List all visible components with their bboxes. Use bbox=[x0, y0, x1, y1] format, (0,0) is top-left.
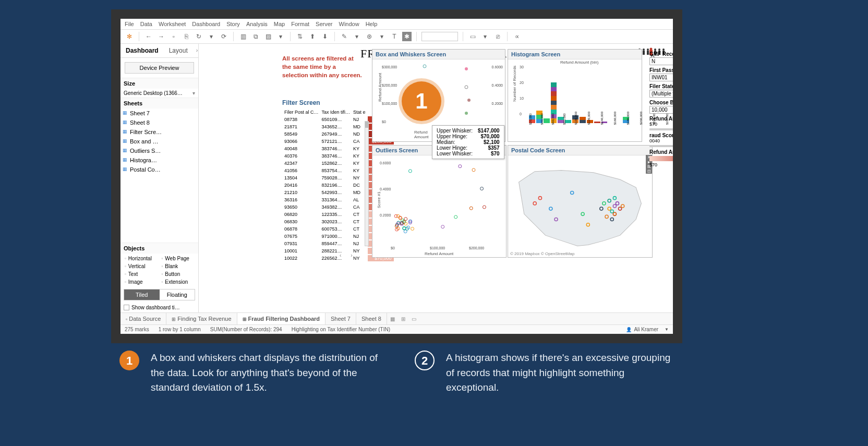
sheet7-tab[interactable]: Sheet 7 bbox=[326, 313, 356, 324]
fpm-select[interactable]: INW01▼ bbox=[649, 74, 673, 81]
annotation-2-text: A histogram shows if there's an excessiv… bbox=[446, 351, 676, 395]
new-dashboard-icon[interactable]: ⊞ bbox=[398, 314, 408, 324]
svg-point-4 bbox=[647, 49, 649, 51]
fit-icon[interactable]: ▭ bbox=[468, 32, 477, 41]
menu-dashboard[interactable]: Dashboard bbox=[192, 21, 220, 27]
pin-icon[interactable]: ✱ bbox=[402, 32, 412, 41]
tiled-button[interactable]: Tiled bbox=[124, 290, 160, 300]
svg-point-22 bbox=[465, 112, 468, 115]
menu-story[interactable]: Story bbox=[226, 21, 240, 27]
histogram-screen[interactable]: Histogram Screen Refund Amount (bin) Num… bbox=[508, 49, 642, 142]
dropdown4-icon[interactable]: ▾ bbox=[377, 32, 387, 41]
sheet-item[interactable]: Sheet 7 bbox=[120, 109, 198, 118]
new-sheet-icon[interactable]: ▦ bbox=[387, 314, 398, 324]
outliers-screen[interactable]: Outliers Screen Score #1 Refund Amount 0… bbox=[372, 145, 507, 258]
forward-icon[interactable]: → bbox=[156, 32, 166, 41]
annotation-1-text: A box and whiskers chart displays the di… bbox=[151, 351, 391, 395]
group-icon[interactable]: ⊛ bbox=[365, 32, 374, 41]
new-story-icon[interactable]: ▭ bbox=[408, 314, 419, 324]
status-sum: SUM(Number of Records): 294 bbox=[210, 327, 282, 332]
dashboard-tab[interactable]: Dashboard bbox=[120, 44, 164, 57]
menu-worksheet[interactable]: Worksheet bbox=[159, 21, 186, 27]
object-item[interactable]: Text bbox=[123, 270, 160, 278]
finding-tab[interactable]: ⊞Finding Tax Revenue bbox=[166, 313, 237, 324]
object-item[interactable]: Vertical bbox=[123, 262, 160, 270]
box-header: Box and Whiskers Screen bbox=[372, 50, 505, 59]
sheet-item[interactable]: Sheet 8 bbox=[120, 118, 198, 127]
layout-tab[interactable]: Layout bbox=[164, 44, 193, 57]
menu-analysis[interactable]: Analysis bbox=[246, 21, 268, 27]
svg-point-52 bbox=[408, 170, 412, 173]
show-title-checkbox[interactable] bbox=[124, 305, 129, 310]
swap-icon[interactable]: ⇅ bbox=[295, 32, 305, 41]
box-tooltip: Upper Whisker:$147,000Upper Hinge:$70,00… bbox=[432, 125, 504, 159]
scroll-right-icon[interactable]: › bbox=[351, 252, 352, 258]
sheet-item[interactable]: Filter Scre… bbox=[120, 127, 198, 137]
bin-label: Choose Bin Size: bbox=[649, 100, 673, 105]
sort-asc-icon[interactable]: ⬆ bbox=[308, 32, 317, 41]
menu-help[interactable]: Help bbox=[366, 21, 378, 27]
new-data-icon[interactable]: ⎘ bbox=[182, 32, 191, 41]
dropdown-icon[interactable]: ▾ bbox=[207, 32, 216, 41]
object-item[interactable]: Horizontal bbox=[123, 255, 160, 262]
presentation-icon[interactable]: ⎚ bbox=[493, 32, 502, 41]
fraud-score-slider[interactable] bbox=[649, 145, 673, 147]
filer-state-label: Filer State: bbox=[649, 83, 673, 89]
sheet-item[interactable]: Box and … bbox=[120, 137, 198, 146]
share-icon[interactable]: ∝ bbox=[512, 32, 522, 41]
back-icon[interactable]: ← bbox=[144, 32, 153, 41]
svg-rect-5 bbox=[647, 51, 649, 55]
gmf-label: GMF Record? bbox=[649, 51, 673, 57]
size-select[interactable]: Generic Desktop (1366…▾ bbox=[120, 89, 198, 98]
device-preview-button[interactable]: Device Preview bbox=[125, 62, 194, 74]
user-menu[interactable]: 👤Ali Kramer▼ bbox=[626, 327, 669, 332]
sheet-item[interactable]: Outliers S… bbox=[120, 146, 198, 155]
highlight-icon[interactable]: ✎ bbox=[340, 32, 349, 41]
sheets-header: Sheets bbox=[120, 98, 198, 109]
sheet8-tab[interactable]: Sheet 8 bbox=[356, 313, 387, 324]
object-item[interactable]: Web Page bbox=[160, 255, 197, 262]
menu-format[interactable]: Format bbox=[291, 21, 309, 27]
fpm-label: First Pass Model: bbox=[649, 67, 673, 73]
postal-code-screen[interactable]: Postal Code Screen © 2019 Mapbox © OpenS… bbox=[508, 145, 653, 258]
menu-data[interactable]: Data bbox=[140, 21, 152, 27]
pause-icon[interactable]: ⟳ bbox=[219, 32, 228, 41]
new-worksheet-icon[interactable]: ▥ bbox=[238, 32, 248, 41]
annotation-2-badge: 2 bbox=[415, 351, 435, 370]
menu-window[interactable]: Window bbox=[339, 21, 359, 27]
object-item[interactable]: Image bbox=[123, 278, 160, 286]
scroll-left-icon[interactable]: ‹ bbox=[340, 252, 341, 258]
duplicate-icon[interactable]: ⧉ bbox=[251, 32, 260, 41]
sheet-item[interactable]: Postal Co… bbox=[120, 165, 198, 174]
toolbar-search[interactable] bbox=[421, 32, 458, 41]
sort-desc-icon[interactable]: ⬇ bbox=[320, 32, 330, 41]
menu-server[interactable]: Server bbox=[316, 21, 332, 27]
refresh-icon[interactable]: ↻ bbox=[194, 32, 203, 41]
dropdown5-icon[interactable]: ▾ bbox=[480, 32, 490, 41]
sheet-item[interactable]: Histogra… bbox=[120, 155, 198, 165]
bin-input[interactable]: 10,000 bbox=[649, 106, 673, 114]
save-icon[interactable]: ▫ bbox=[169, 32, 178, 41]
gmf-select[interactable]: N▼ bbox=[649, 57, 673, 65]
outliers-scatter-svg bbox=[391, 159, 500, 242]
object-item[interactable]: Blank bbox=[160, 262, 197, 270]
dropdown2-icon[interactable]: ▾ bbox=[276, 32, 285, 41]
object-item[interactable]: Extension bbox=[160, 278, 197, 286]
svg-point-44 bbox=[404, 218, 407, 221]
menu-file[interactable]: File bbox=[125, 21, 134, 27]
refund-range-slider[interactable] bbox=[649, 128, 673, 130]
floating-button[interactable]: Floating bbox=[160, 290, 195, 300]
labels-icon[interactable]: T bbox=[390, 32, 399, 41]
filter-note: All screens are filtered at the same tim… bbox=[282, 54, 363, 79]
clear-icon[interactable]: ▨ bbox=[263, 32, 273, 41]
data-source-tab[interactable]: ▫Data Source bbox=[120, 313, 166, 324]
tableau-window: File Data Worksheet Dashboard Story Anal… bbox=[120, 19, 673, 334]
object-item[interactable]: Button bbox=[160, 270, 197, 278]
refund-range-label: Refund Amount .. bbox=[649, 116, 673, 122]
filer-state-select[interactable]: (Multiple values)▼ bbox=[649, 90, 673, 98]
logo-icon[interactable]: ✻ bbox=[125, 32, 134, 41]
fraud-dashboard-tab[interactable]: ⊞Fraud Filtering Dashboard bbox=[237, 313, 326, 324]
dropdown3-icon[interactable]: ▾ bbox=[352, 32, 361, 41]
menu-map[interactable]: Map bbox=[274, 21, 285, 27]
filter-scrollbar[interactable] bbox=[365, 121, 369, 246]
